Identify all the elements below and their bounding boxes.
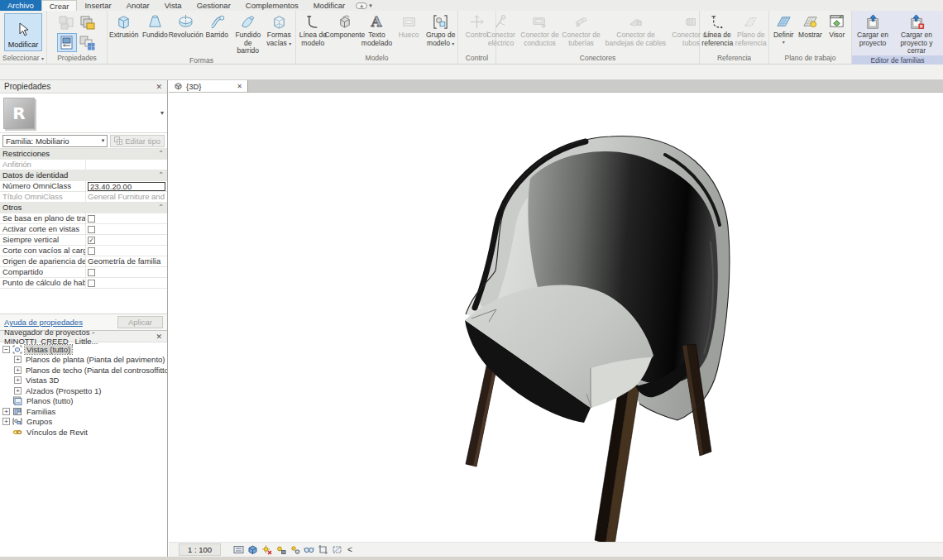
tree-item-vinculos[interactable]: Vínculos de Revit xyxy=(0,427,167,438)
definir-button[interactable]: Definir ▾ xyxy=(770,12,797,45)
barrido-button[interactable]: Barrido xyxy=(202,12,233,40)
checkbox[interactable] xyxy=(88,247,95,255)
checkbox[interactable] xyxy=(88,215,95,223)
property-row[interactable]: Punto de cálculo de hab... xyxy=(0,278,167,289)
property-row[interactable]: Compartido xyxy=(0,267,167,278)
cargar-proyecto-cerrar-button[interactable]: Cargar en proyecto y cerrar xyxy=(892,12,941,55)
temporary-hide-icon[interactable] xyxy=(303,544,314,556)
family-category-button[interactable] xyxy=(78,13,98,32)
mostrar-button[interactable]: Mostrar xyxy=(797,12,823,40)
property-row[interactable]: Activar corte en vistas xyxy=(0,224,167,235)
tree-item-planos[interactable]: Planos (tutto) xyxy=(0,396,167,407)
tab-archivo[interactable]: Archivo xyxy=(0,0,41,11)
chevron-down-icon[interactable]: ▾ xyxy=(160,109,164,117)
tree-item-vistas-3d[interactable]: + Vistas 3D xyxy=(0,376,167,386)
ribbon-minimize-toggle[interactable]: ▲ ▾ xyxy=(356,0,372,11)
property-row[interactable]: Título OmniClass General Furniture and S… xyxy=(0,192,167,203)
cargar-proyecto-button[interactable]: Cargar en proyecto xyxy=(854,12,892,47)
linea-modelo-button[interactable]: Línea de modelo xyxy=(297,12,329,47)
expand-icon[interactable]: + xyxy=(2,408,10,415)
sun-path-icon[interactable] xyxy=(261,544,272,556)
scale-button[interactable]: 1 : 100 xyxy=(179,543,221,556)
tab-insertar[interactable]: Insertar xyxy=(77,0,118,11)
type-selector[interactable]: R ▾ xyxy=(0,93,167,133)
crop-view-icon[interactable] xyxy=(317,544,328,556)
hide-crop-icon[interactable] xyxy=(331,544,342,556)
tree-item-planos-techo[interactable]: + Planos de techo (Pianta del controsoff… xyxy=(0,365,167,376)
dropdown-arrow-icon: ▾ xyxy=(369,2,372,9)
dropdown-arrow-icon: ▾ xyxy=(783,40,785,45)
componente-button[interactable]: Componente xyxy=(329,12,361,40)
collapse-expander-icon[interactable]: − xyxy=(2,346,10,353)
texto-modelado-button[interactable]: A Texto modelado xyxy=(361,12,393,47)
property-row[interactable]: Anfitrión xyxy=(0,160,167,170)
checkbox-checked[interactable]: ✓ xyxy=(88,237,95,244)
expand-icon[interactable]: + xyxy=(14,376,22,384)
expand-icon[interactable]: + xyxy=(14,356,22,363)
group-editor-familias: Cargar en proyecto Cargar en proyecto y … xyxy=(852,11,943,64)
tree-item-planos-planta[interactable]: + Planos de planta (Pianta del pavimento… xyxy=(0,355,167,366)
section-row[interactable]: Otros ⌃ xyxy=(0,203,167,213)
properties-palette-button[interactable] xyxy=(57,33,77,52)
checkbox[interactable] xyxy=(88,269,95,276)
tree-item-vistas[interactable]: − Vistas (tutto) xyxy=(0,344,167,355)
tab-complementos[interactable]: Complementos xyxy=(238,0,306,11)
conector-tuberias-button: Conector de tuberías xyxy=(562,12,601,47)
view-tab-3d[interactable]: {3D} ✕ xyxy=(169,80,248,92)
tab-vista[interactable]: Vista xyxy=(157,0,189,11)
modificar-button[interactable]: Modificar xyxy=(4,13,42,51)
expand-icon[interactable]: + xyxy=(2,418,10,425)
tree-item-grupos[interactable]: + Grupos xyxy=(0,417,167,428)
section-row[interactable]: Restricciones ⌃ xyxy=(0,149,167,160)
formas-vacias-button[interactable]: Formas vacías ▾ xyxy=(264,12,295,47)
revolucion-button[interactable]: Revolución xyxy=(170,12,202,40)
properties-help-link[interactable]: Ayuda de propiedades xyxy=(4,318,83,327)
tab-crear[interactable]: Crear xyxy=(41,0,78,11)
extrusion-button[interactable]: Extrusión xyxy=(108,12,140,40)
rendering-dialog-icon[interactable] xyxy=(289,544,300,556)
close-icon[interactable]: ✕ xyxy=(155,83,163,91)
chair-model[interactable] xyxy=(169,93,943,542)
fundido-button[interactable]: Fundido xyxy=(140,12,171,40)
family-types-dialog-button[interactable] xyxy=(78,33,98,52)
checkbox[interactable] xyxy=(88,226,95,233)
property-row[interactable]: Número OmniClass 23.40.20.00 xyxy=(0,181,167,192)
close-icon[interactable]: ✕ xyxy=(237,83,242,90)
checkbox[interactable] xyxy=(88,280,95,287)
cursor-icon xyxy=(15,22,31,38)
group-label-seleccionar[interactable]: Seleccionar ▾ xyxy=(0,53,46,64)
property-row[interactable]: Se basa en plano de trab... xyxy=(0,213,167,224)
tab-modificar[interactable]: Modificar xyxy=(306,0,353,11)
visor-button[interactable]: Visor xyxy=(824,12,850,40)
tab-anotar[interactable]: Anotar xyxy=(119,0,157,11)
property-row[interactable]: Siempre vertical ✓ xyxy=(0,235,167,246)
close-icon[interactable]: ✕ xyxy=(155,333,163,341)
expand-icon[interactable]: + xyxy=(14,366,22,374)
family-types-button[interactable] xyxy=(57,13,77,32)
tree-item-alzados[interactable]: + Alzados (Prospetto 1) xyxy=(0,385,167,396)
fundido-barrido-button[interactable]: Fundido de barrido xyxy=(232,12,264,55)
left-panel: Propiedades ✕ R ▾ Familia: Mobiliario ▾ … xyxy=(0,80,168,560)
group-label-plano-trabajo: Plano de trabajo xyxy=(769,53,851,64)
3d-view-icon xyxy=(174,82,183,90)
conector-electrico-button: Conector eléctrico xyxy=(484,12,519,47)
viewport-3d[interactable] xyxy=(169,93,943,542)
detail-level-icon[interactable] xyxy=(232,544,244,556)
tab-gestionar[interactable]: Gestionar xyxy=(189,0,238,11)
family-filter-combo[interactable]: Familia: Mobiliario ▾ xyxy=(2,135,108,147)
chevron-left-icon[interactable]: < xyxy=(345,545,355,554)
conduit-connector-icon xyxy=(682,13,700,31)
property-row[interactable]: Corte con vacíos al cargar xyxy=(0,246,167,256)
opening-icon xyxy=(400,13,418,31)
shadows-icon[interactable] xyxy=(275,544,286,556)
load-into-project-icon xyxy=(864,13,882,31)
omniclass-number-input[interactable]: 23.40.20.00 xyxy=(88,182,165,191)
property-row[interactable]: Origen de apariencia de ... Geometría de… xyxy=(0,256,167,267)
expand-icon[interactable]: + xyxy=(14,387,22,395)
grupo-modelo-button[interactable]: Grupo de modelo ▾ xyxy=(424,12,457,47)
edit-type-icon xyxy=(114,136,122,145)
visual-style-icon[interactable] xyxy=(247,544,258,556)
section-row[interactable]: Datos de identidad ⌃ xyxy=(0,170,167,181)
tree-item-familias[interactable]: + Familias xyxy=(0,406,167,417)
linea-referencia-button[interactable]: Línea de referencia xyxy=(701,12,735,47)
